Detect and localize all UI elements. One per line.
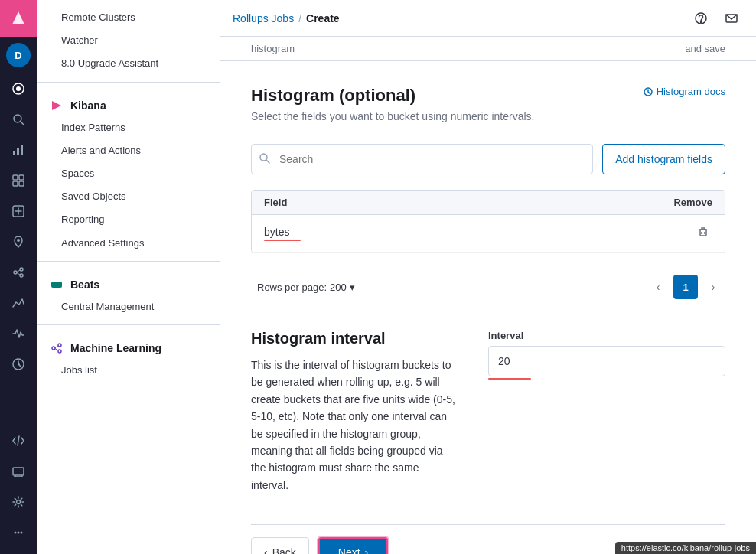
nav-canvas[interactable] [0,196,37,226]
next-button[interactable]: Next › [318,537,388,554]
sidebar-item-index-patterns[interactable]: Index Patterns [37,116,220,139]
sidebar-item-central-management[interactable]: Central Management [37,295,220,318]
scroll-hint-right: and save [685,43,725,54]
rows-per-page-value: 200 [330,282,347,293]
sidebar-item-spaces[interactable]: Spaces [37,162,220,185]
svg-point-14 [20,268,23,271]
mail-icon[interactable] [719,6,744,31]
sidebar-item-reporting[interactable]: Reporting [37,208,220,231]
nav-home[interactable] [0,73,37,104]
add-histogram-fields-button[interactable]: Add histogram fields [602,144,725,174]
kibana-icon [49,98,64,113]
interval-label: Interval [488,330,725,341]
interval-section: Histogram interval This is the interval … [251,330,725,494]
breadcrumb-parent[interactable]: Rollups Jobs [233,12,294,24]
nav-ml[interactable] [0,257,37,288]
histogram-docs-link[interactable]: Histogram docs [643,86,725,97]
scroll-hint-left: histogram [251,43,295,54]
current-page: 1 [673,275,698,299]
svg-point-28 [52,347,55,350]
prev-page-button[interactable]: ‹ [646,275,670,299]
sidebar-item-remote-clusters[interactable]: Remote Clusters [37,6,220,29]
interval-input[interactable] [488,346,725,376]
sidebar-group-ml: Machine Learning [37,331,220,359]
help-icon[interactable] [689,6,713,31]
nav-uptime[interactable] [0,349,37,380]
nav-more[interactable] [0,517,37,548]
chevron-down-icon: ▾ [350,282,355,293]
nav-dev-tools[interactable] [0,425,37,456]
svg-rect-19 [13,468,24,475]
nav-dashboard[interactable] [0,165,37,196]
svg-rect-9 [13,181,18,186]
breadcrumb-separator: / [298,12,301,24]
rows-per-page-selector[interactable]: Rows per page: 200 ▾ [251,279,361,296]
nav-visualize[interactable] [0,135,37,165]
svg-rect-8 [19,175,24,180]
field-value-wrap: bytes [264,226,301,241]
svg-rect-5 [17,148,19,155]
section-subtitle: Select the fields you want to bucket usi… [251,110,534,122]
next-chevron-icon: › [365,546,369,554]
topbar-actions [689,6,744,31]
interval-desc: This is the interval of histogram bucket… [251,357,458,494]
svg-line-31 [55,346,58,348]
svg-rect-6 [21,145,23,155]
url-bar: https://elastic.co/kibana/rollup-jobs [615,542,756,554]
svg-point-25 [18,532,20,534]
top-bar: Rollups Jobs / Create [220,0,756,37]
svg-line-38 [266,160,269,163]
interval-input-group: Interval [488,330,725,494]
svg-rect-7 [13,175,18,180]
svg-point-24 [15,532,17,534]
svg-point-12 [17,239,20,242]
search-wrap [251,144,593,174]
ml-icon [49,341,64,356]
search-icon [259,152,270,166]
sidebar-group-beats: Beats [37,268,220,295]
icon-bar: D [0,0,37,554]
sidebar-item-jobs-list[interactable]: Jobs list [37,359,220,382]
svg-line-3 [21,122,24,125]
nav-monitoring[interactable] [0,456,37,487]
breadcrumb: Rollups Jobs / Create [233,12,340,24]
user-avatar[interactable]: D [6,43,31,67]
search-input[interactable] [251,144,593,174]
svg-point-30 [58,350,61,353]
nav-discover[interactable] [0,104,37,135]
svg-point-15 [20,274,23,277]
svg-line-17 [17,273,20,275]
svg-point-34 [701,21,702,22]
content-card: Histogram (optional) Select the fields y… [220,61,756,554]
pagination-row: Rows per page: 200 ▾ ‹ 1 › [251,269,725,305]
svg-point-13 [14,271,17,274]
app-logo[interactable] [0,0,37,37]
sidebar-divider-3 [37,324,220,325]
table-row: bytes [252,215,725,253]
sidebar-item-saved-objects[interactable]: Saved Objects [37,185,220,208]
nav-maps[interactable] [0,226,37,257]
main-area: Rollups Jobs / Create histogram and save… [220,0,756,554]
interval-title: Histogram interval [251,330,458,347]
sidebar-item-watcher[interactable]: Watcher [37,29,220,52]
sidebar-item-alerts-actions[interactable]: Alerts and Actions [37,139,220,162]
sidebar-group-kibana: Kibana [37,89,220,116]
next-page-button[interactable]: › [701,275,725,299]
rows-per-page-label: Rows per page: [257,282,327,293]
delete-row-button[interactable] [694,223,712,244]
field-value-bytes: bytes [264,226,289,238]
section-header: Histogram (optional) Select the fields y… [251,86,725,138]
nav-management[interactable] [0,487,37,517]
sidebar-item-advanced-settings[interactable]: Advanced Settings [37,232,220,255]
nav-graph[interactable] [0,288,37,318]
nav-apm[interactable] [0,318,37,349]
svg-point-23 [17,500,21,504]
sidebar-item-upgrade[interactable]: 8.0 Upgrade Assistant [37,52,220,75]
back-button[interactable]: ‹ Back [251,537,309,554]
col-header-remove: Remove [673,197,712,208]
svg-rect-4 [13,151,15,155]
col-header-field: Field [264,197,673,208]
field-underline [264,240,301,241]
svg-line-16 [17,270,20,272]
sidebar: Remote Clusters Watcher 8.0 Upgrade Assi… [37,0,220,554]
